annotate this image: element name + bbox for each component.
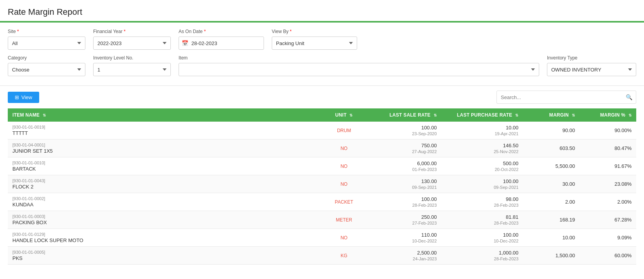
col-header-margin[interactable]: MARGIN ⇅ (523, 108, 580, 122)
table-body: [930-01-01-0019] TTTTT DRUM 100.00 23-Se… (8, 122, 636, 265)
last-purchase-cell: 100.00 10-Dec-2022 (441, 229, 523, 247)
col-header-margin-pct[interactable]: MARGIN % ⇅ (580, 108, 636, 122)
table-row[interactable]: [930-01-01-0019] TTTTT DRUM 100.00 23-Se… (8, 122, 636, 140)
unit-cell: NO (322, 157, 366, 175)
last-sale-value: 100.00 (371, 196, 437, 202)
sort-icon-last-sale: ⇅ (434, 113, 437, 117)
sort-icon-unit: ⇅ (349, 113, 352, 117)
inv-level-label: Inventory Level No. (93, 55, 171, 61)
last-sale-cell: 750.00 27-Aug-2022 (366, 140, 441, 157)
inv-level-filter-group: Inventory Level No. 1 (93, 55, 171, 76)
last-purchase-value: 146.50 (446, 143, 518, 148)
last-sale-value: 100.00 (371, 125, 437, 131)
site-filter-group: Site * All (8, 29, 85, 50)
view-button[interactable]: ⊞ View (8, 92, 39, 103)
item-code: [930-01-01-0010] (12, 160, 318, 165)
unit-cell: NO (322, 140, 366, 157)
table-section: ITEM NAME ⇅ UNIT ⇅ LAST SALE RATE ⇅ LAST… (0, 108, 644, 272)
margin-pct-cell: 80.47% (580, 140, 636, 157)
col-header-last-purchase[interactable]: LAST PURCHASE RATE ⇅ (441, 108, 523, 122)
last-purchase-cell: 81.81 28-Feb-2023 (441, 211, 523, 229)
margin-pct-cell: 23.08% (580, 175, 636, 193)
date-input-wrapper: 📅 (179, 37, 264, 50)
category-label: Category (8, 55, 85, 61)
margin-pct-cell: 2.00% (580, 193, 636, 211)
last-purchase-date: 28-Feb-2023 (446, 221, 518, 225)
search-input[interactable] (496, 91, 636, 104)
last-sale-cell: 6,000.00 01-Feb-2023 (366, 157, 441, 175)
margin-pct-cell: 67.28% (580, 211, 636, 229)
item-code: [930-01-01-0129] (12, 232, 318, 237)
item-name: PKS (12, 255, 318, 261)
table-row[interactable]: [930-01-04-0001] JUNIOR SET 1X5 NO 750.0… (8, 140, 636, 157)
as-on-date-filter-group: As On Date * 📅 (179, 29, 264, 50)
search-wrapper: 🔍 (496, 91, 636, 104)
item-cell: [930-01-01-0003] PACKING BOX (8, 211, 322, 229)
item-cell: [930-01-01-0129] HANDLE LOCK SUPER MOTO (8, 229, 322, 247)
table-row[interactable]: [930-01-01-0010] BARTACK NO 6,000.00 01-… (8, 157, 636, 175)
last-purchase-cell: 98.00 28-Feb-2023 (441, 193, 523, 211)
item-cell: [930-01-01-0010] BARTACK (8, 157, 322, 175)
last-purchase-value: 1,000.00 (446, 250, 518, 256)
margin-cell: 2.00 (523, 193, 580, 211)
last-sale-cell: 250.00 27-Feb-2023 (366, 211, 441, 229)
inv-type-select[interactable]: OWNED INVENTORY (547, 63, 636, 76)
table-row[interactable]: [930-01-01-0002] KUNDAA PACKET 100.00 28… (8, 193, 636, 211)
search-icon: 🔍 (626, 94, 632, 100)
margin-pct-cell: 60.00% (580, 247, 636, 265)
view-by-label: View By * (272, 29, 357, 34)
margin-pct-cell: 9.09% (580, 229, 636, 247)
item-select[interactable] (179, 63, 539, 76)
last-purchase-value: 100.00 (446, 178, 518, 184)
category-filter-group: Category Choose (8, 55, 85, 76)
last-sale-date: 23-Sep-2020 (371, 131, 437, 136)
page-wrapper: Rate Margin Report Site * All Financial … (0, 0, 644, 279)
item-filter-group: Item (179, 55, 539, 76)
last-sale-cell: 2,500.00 24-Jan-2023 (366, 247, 441, 265)
col-header-unit[interactable]: UNIT ⇅ (322, 108, 366, 122)
last-purchase-value: 100.00 (446, 232, 518, 238)
last-purchase-cell: 1,000.00 28-Feb-2023 (441, 247, 523, 265)
site-select[interactable]: All (8, 37, 85, 50)
main-table: ITEM NAME ⇅ UNIT ⇅ LAST SALE RATE ⇅ LAST… (8, 108, 636, 265)
view-by-select[interactable]: Packing Unit (272, 37, 357, 50)
fin-year-filter-group: Financial Year * 2022-2023 (93, 29, 171, 50)
as-on-date-input[interactable] (179, 37, 264, 50)
margin-cell: 1,500.00 (523, 247, 580, 265)
col-header-last-sale[interactable]: LAST SALE RATE ⇅ (366, 108, 441, 122)
category-select[interactable]: Choose (8, 63, 85, 76)
last-sale-cell: 110.00 10-Dec-2022 (366, 229, 441, 247)
last-sale-cell: 100.00 23-Sep-2020 (366, 122, 441, 140)
item-code: [930-01-01-0003] (12, 214, 318, 219)
unit-cell: NO (322, 229, 366, 247)
last-sale-value: 750.00 (371, 143, 437, 148)
last-purchase-cell: 10.00 19-Apr-2021 (441, 122, 523, 140)
inv-type-label: Inventory Type (547, 55, 636, 61)
last-purchase-cell: 100.00 09-Sep-2021 (441, 175, 523, 193)
margin-cell: 5,500.00 (523, 157, 580, 175)
filter-row-1: Site * All Financial Year * 2022-2023 As… (8, 29, 636, 50)
item-cell: [930-01-01-0019] TTTTT (8, 122, 322, 140)
last-purchase-value: 10.00 (446, 125, 518, 131)
fin-year-select[interactable]: 2022-2023 (93, 37, 171, 50)
table-row[interactable]: [930-01-01-0005] PKS KG 2,500.00 24-Jan-… (8, 247, 636, 265)
table-row[interactable]: [930-01-01-0129] HANDLE LOCK SUPER MOTO … (8, 229, 636, 247)
table-row[interactable]: [930-01-01-0043] FLOCK 2 NO 130.00 09-Se… (8, 175, 636, 193)
last-sale-cell: 130.00 09-Sep-2021 (366, 175, 441, 193)
last-sale-value: 250.00 (371, 214, 437, 220)
table-row[interactable]: [930-01-01-0003] PACKING BOX METER 250.0… (8, 211, 636, 229)
sort-icon-margin-pct: ⇅ (628, 113, 632, 117)
unit-cell: DRUM (322, 122, 366, 140)
inv-level-select[interactable]: 1 (93, 63, 171, 76)
last-purchase-cell: 146.50 25-Nov-2022 (441, 140, 523, 157)
margin-cell: 10.00 (523, 229, 580, 247)
page-title: Rate Margin Report (8, 7, 636, 17)
col-header-item-name[interactable]: ITEM NAME ⇅ (8, 108, 322, 122)
item-name: KUNDAA (12, 202, 318, 208)
item-code: [930-01-01-0019] (12, 125, 318, 129)
unit-cell: KG (322, 247, 366, 265)
margin-cell: 603.50 (523, 140, 580, 157)
sort-icon-item: ⇅ (43, 113, 46, 117)
item-code: [930-01-01-0002] (12, 196, 318, 201)
last-purchase-date: 28-Feb-2023 (446, 203, 518, 208)
